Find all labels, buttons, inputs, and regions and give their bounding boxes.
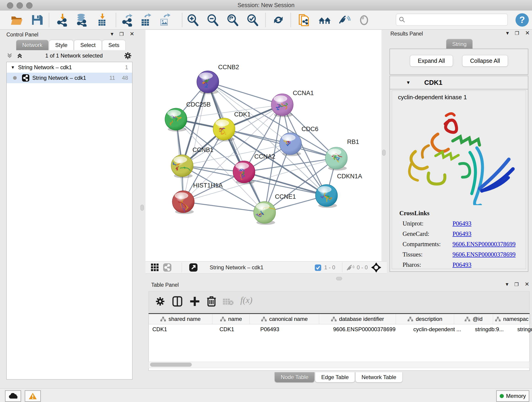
node-CCNB1[interactable] xyxy=(171,155,193,178)
node-CDC6[interactable] xyxy=(279,133,302,156)
zoom-selected-icon[interactable] xyxy=(246,13,259,27)
scrollbar-thumb[interactable] xyxy=(150,363,192,367)
crosslink-link[interactable]: 9606.ENSP00000378699 xyxy=(452,241,515,248)
column-header-description[interactable]: description xyxy=(396,314,454,324)
open-session-icon[interactable] xyxy=(10,13,23,27)
edge-CCNB2-CCNE1[interactable] xyxy=(208,82,265,212)
edge-RB1-HIST1H1A[interactable] xyxy=(183,158,336,202)
save-session-icon[interactable] xyxy=(30,13,44,27)
crosslink-link[interactable]: P06493 xyxy=(452,230,472,237)
selected-checkbox-icon[interactable] xyxy=(315,264,322,271)
results-panel-close-button[interactable]: ✕ xyxy=(525,30,530,36)
add-column-icon[interactable] xyxy=(190,296,200,307)
delete-column-icon[interactable] xyxy=(206,295,216,307)
expand-all-icon[interactable] xyxy=(17,52,24,59)
import-table-file-icon[interactable] xyxy=(95,13,109,27)
bottom-splitter-handle[interactable] xyxy=(336,277,342,280)
grid-view-icon[interactable] xyxy=(151,263,159,272)
node-CDK1[interactable] xyxy=(213,118,235,141)
table-cell[interactable]: 9606.ENSP00000378699 xyxy=(329,324,410,334)
table-panel-close-button[interactable]: ✕ xyxy=(525,281,529,287)
export-network-icon[interactable] xyxy=(121,13,134,27)
tab-network-table[interactable]: Network Table xyxy=(355,372,403,382)
section-collapse-arrow-icon[interactable]: ▼ xyxy=(406,80,411,85)
tab-style[interactable]: Style xyxy=(49,40,74,50)
node-CDC25B[interactable] xyxy=(165,108,187,132)
control-panel-float-button[interactable]: ▾ xyxy=(111,31,114,37)
warning-icon xyxy=(29,392,37,400)
show-all-icon[interactable] xyxy=(357,13,371,27)
table-cell[interactable]: P06493 xyxy=(257,324,329,334)
import-network-database-icon[interactable] xyxy=(75,13,89,27)
column-header-database-identifier[interactable]: database identifier xyxy=(319,314,396,324)
show-columns-icon[interactable] xyxy=(172,296,183,307)
node-CCNA1[interactable] xyxy=(271,94,293,117)
column-header--id[interactable]: @id xyxy=(454,314,493,324)
hide-unhide-icon[interactable] xyxy=(338,13,351,27)
column-header-name[interactable]: name xyxy=(212,314,250,324)
collection-expand-arrow-icon[interactable]: ▼ xyxy=(11,65,15,70)
search-input[interactable] xyxy=(396,14,508,26)
edge-HIST1H1A-CCNE1[interactable] xyxy=(183,202,265,212)
tab-string[interactable]: String xyxy=(446,39,473,49)
collapse-all-button[interactable]: Collapse All xyxy=(462,55,508,67)
pan-crosshair-icon[interactable] xyxy=(371,262,381,273)
collapse-all-icon[interactable] xyxy=(6,52,14,59)
crosslink-link[interactable]: P06493 xyxy=(452,220,472,227)
zoom-fit-icon[interactable] xyxy=(226,13,239,27)
export-image-icon[interactable] xyxy=(158,13,171,27)
node-RB1[interactable] xyxy=(325,147,347,171)
left-splitter-handle[interactable] xyxy=(140,205,144,211)
table-panel-float-button[interactable]: ▾ xyxy=(506,281,508,287)
refresh-icon[interactable] xyxy=(272,13,285,27)
table-cell[interactable]: stringdb:9... xyxy=(471,324,514,334)
gene-section-header[interactable]: ▼ CDK1 xyxy=(390,76,528,89)
clone-network-icon[interactable] xyxy=(298,13,311,27)
tab-edge-table[interactable]: Edge Table xyxy=(315,372,355,382)
home-icon[interactable] xyxy=(318,13,331,27)
column-header-namespac[interactable]: namespac xyxy=(493,314,531,324)
tab-node-table[interactable]: Node Table xyxy=(274,372,315,382)
table-horizontal-scrollbar[interactable] xyxy=(148,362,530,368)
column-header-canonical-name[interactable]: canonical name xyxy=(250,314,319,324)
results-panel-maximize-button[interactable]: ❐ xyxy=(515,31,519,36)
table-panel-maximize-button[interactable]: ❐ xyxy=(514,282,519,287)
memory-button[interactable]: Memory xyxy=(496,390,529,402)
network-row[interactable]: String Network – cdk1 11 48 xyxy=(7,73,132,83)
tab-sets[interactable]: Sets xyxy=(102,40,126,50)
network-collection-row[interactable]: ▼ String Network – cdk1 1 xyxy=(7,62,132,73)
birds-eye-view-icon[interactable] xyxy=(163,263,172,272)
zoom-out-icon[interactable] xyxy=(206,13,219,27)
node-CCNE1[interactable] xyxy=(254,201,276,225)
node-CDKN1A[interactable] xyxy=(316,185,337,208)
right-splitter-handle[interactable] xyxy=(382,150,386,156)
table-cell[interactable]: CDK1 xyxy=(149,324,216,334)
network-options-gear-icon[interactable] xyxy=(124,51,132,60)
table-cell[interactable]: stringdb xyxy=(514,324,532,334)
warning-button[interactable] xyxy=(25,390,41,402)
table-cell[interactable]: cyclin-dependent ... xyxy=(410,324,471,334)
table-cell[interactable]: CDK1 xyxy=(216,324,257,334)
expand-all-button[interactable]: Expand All xyxy=(410,55,453,67)
import-network-file-icon[interactable] xyxy=(56,13,69,27)
crosslink-link[interactable]: P06493 xyxy=(452,261,472,268)
tab-select[interactable]: Select xyxy=(74,40,102,50)
zoom-in-icon[interactable] xyxy=(186,13,199,27)
column-header-shared-name[interactable]: shared name xyxy=(149,314,212,324)
control-panel-close-button[interactable]: ✕ xyxy=(130,31,134,37)
open-in-window-icon[interactable] xyxy=(189,263,198,272)
node-HIST1H1A[interactable] xyxy=(172,191,194,214)
network-canvas[interactable]: CCNB2CCNA1CDC25BCDK1CDC6RB1CCNB1CCNA2CDK… xyxy=(146,30,381,261)
results-panel-float-button[interactable]: ▾ xyxy=(506,30,509,36)
tab-network[interactable]: Network xyxy=(16,40,49,50)
node-CCNA2[interactable] xyxy=(233,161,255,184)
edge-CCNB2-CCNA1[interactable] xyxy=(208,82,282,105)
table-options-gear-icon[interactable] xyxy=(155,296,165,306)
edge-RB1-CCNA2[interactable] xyxy=(244,158,336,172)
crosslink-link[interactable]: 9606.ENSP00000378699 xyxy=(452,251,515,258)
help-icon[interactable]: ? xyxy=(515,13,529,27)
cloud-button[interactable] xyxy=(5,390,21,402)
export-table-icon[interactable] xyxy=(139,13,152,27)
control-panel-maximize-button[interactable]: ❐ xyxy=(119,32,124,36)
table-row[interactable]: CDK1CDK1P064939606.ENSP00000378699cyclin… xyxy=(149,324,530,334)
